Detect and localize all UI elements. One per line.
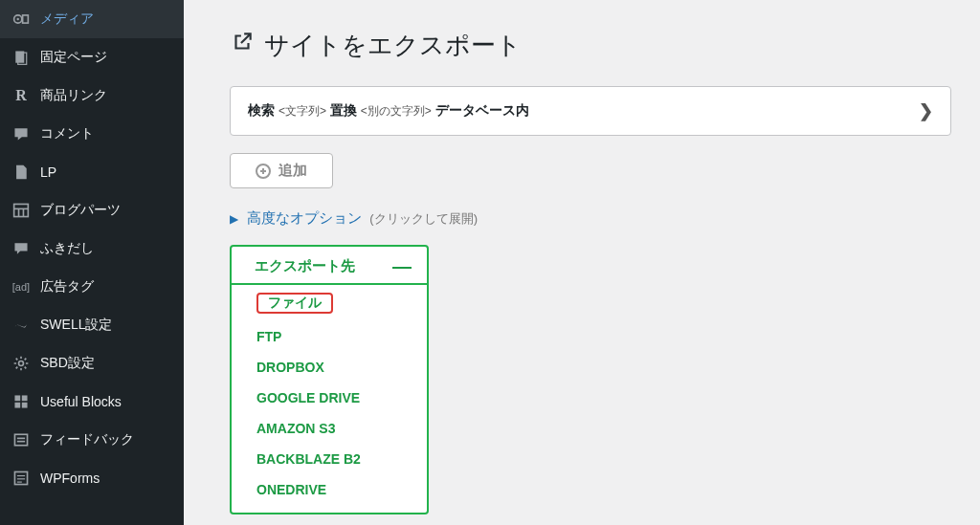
chevron-right-icon: ❯ — [919, 100, 933, 121]
sidebar-item-wpforms[interactable]: WPForms — [0, 459, 184, 497]
wpforms-icon — [11, 469, 31, 488]
sidebar-item-sbd[interactable]: SBD設定 — [0, 344, 184, 383]
sidebar-item-useful-blocks[interactable]: Useful Blocks — [0, 383, 184, 421]
sidebar-item-pages[interactable]: 固定ページ — [0, 38, 184, 77]
svg-rect-2 — [23, 15, 29, 23]
sidebar-item-ad-tag[interactable]: [ad] 広告タグ — [0, 268, 184, 306]
sidebar-item-media[interactable]: メディア — [0, 0, 184, 38]
feedback-icon — [11, 430, 31, 449]
export-option-google-drive[interactable]: GOOGLE DRIVE — [232, 383, 427, 413]
plus-circle-icon — [256, 164, 271, 179]
speech-icon — [11, 239, 31, 258]
add-button-label: 追加 — [278, 162, 307, 180]
sidebar-item-label: 広告タグ — [40, 278, 94, 295]
sidebar-item-swell[interactable]: SWELL設定 — [0, 306, 184, 344]
svg-rect-14 — [14, 434, 27, 445]
search-replace-panel[interactable]: 検索 <文字列> 置換 <別の文字列> データベース内 ❯ — [230, 86, 951, 136]
sidebar-item-label: LP — [40, 164, 56, 180]
sidebar-item-label: 商品リンク — [40, 87, 107, 104]
sidebar-item-lp[interactable]: LP — [0, 153, 184, 191]
sidebar-item-fukidashi[interactable]: ふきだし — [0, 230, 184, 268]
triangle-right-icon: ▶ — [230, 212, 238, 226]
document-icon — [11, 163, 31, 182]
page-title-text: サイトをエクスポート — [264, 29, 522, 62]
export-destination-header[interactable]: エクスポート先 — — [232, 247, 427, 285]
page-title: サイトをエクスポート — [230, 29, 951, 62]
sidebar-item-label: WPForms — [40, 470, 100, 486]
export-option-file[interactable]: ファイル — [232, 285, 427, 321]
svg-rect-13 — [22, 403, 28, 408]
sidebar-item-label: 固定ページ — [40, 49, 107, 66]
sidebar-item-label: メディア — [40, 11, 94, 28]
svg-rect-10 — [14, 395, 20, 401]
sidebar-item-label: SBD設定 — [40, 355, 95, 372]
svg-point-9 — [19, 361, 24, 366]
sidebar-item-label: ふきだし — [40, 240, 94, 257]
add-button[interactable]: 追加 — [230, 153, 333, 188]
collapse-icon[interactable]: — — [392, 256, 412, 275]
gear-icon — [11, 354, 31, 373]
sidebar-item-label: ブログパーツ — [40, 202, 121, 219]
export-option-amazon-s3[interactable]: AMAZON S3 — [232, 413, 427, 444]
swell-icon — [11, 316, 31, 335]
advanced-options-link: 高度なオプション — [247, 209, 362, 226]
export-option-backblaze-b2[interactable]: BACKBLAZE B2 — [232, 444, 427, 474]
comment-icon — [11, 124, 31, 143]
sidebar-item-comments[interactable]: コメント — [0, 115, 184, 153]
export-icon — [230, 30, 255, 61]
ad-icon: [ad] — [11, 277, 31, 296]
export-option-onedrive[interactable]: ONEDRIVE — [232, 474, 427, 505]
svg-rect-5 — [14, 204, 29, 216]
search-replace-summary: 検索 <文字列> 置換 <別の文字列> データベース内 — [248, 102, 529, 120]
export-destination-panel: エクスポート先 — ファイル FTP DROPBOX GOOGLE DRIVE … — [230, 245, 429, 514]
sidebar-item-label: Useful Blocks — [40, 394, 122, 409]
page-icon — [11, 48, 31, 67]
grid-icon — [11, 201, 31, 220]
sidebar-item-feedback[interactable]: フィードバック — [0, 421, 184, 459]
sidebar-item-blog-parts[interactable]: ブログパーツ — [0, 191, 184, 230]
export-option-ftp[interactable]: FTP — [232, 321, 427, 352]
main-content: サイトをエクスポート 検索 <文字列> 置換 <別の文字列> データベース内 ❯… — [184, 0, 980, 525]
svg-rect-11 — [22, 395, 28, 401]
svg-rect-12 — [14, 403, 20, 408]
export-destination-title: エクスポート先 — [255, 257, 355, 275]
sidebar-item-label: SWELL設定 — [40, 317, 112, 334]
admin-sidebar: メディア 固定ページ R 商品リンク コメント LP ブログパーツ ふきだし — [0, 0, 184, 525]
sidebar-item-label: コメント — [40, 125, 94, 142]
sidebar-item-label: フィードバック — [40, 431, 134, 448]
advanced-options-hint: (クリックして展開) — [369, 211, 478, 226]
blocks-icon — [11, 392, 31, 411]
sidebar-item-product-link[interactable]: R 商品リンク — [0, 77, 184, 115]
svg-point-1 — [17, 18, 19, 20]
product-link-icon: R — [11, 86, 31, 105]
media-icon — [11, 10, 31, 29]
advanced-options-toggle[interactable]: ▶ 高度なオプション (クリックして展開) — [230, 209, 951, 228]
export-option-dropbox[interactable]: DROPBOX — [232, 352, 427, 383]
